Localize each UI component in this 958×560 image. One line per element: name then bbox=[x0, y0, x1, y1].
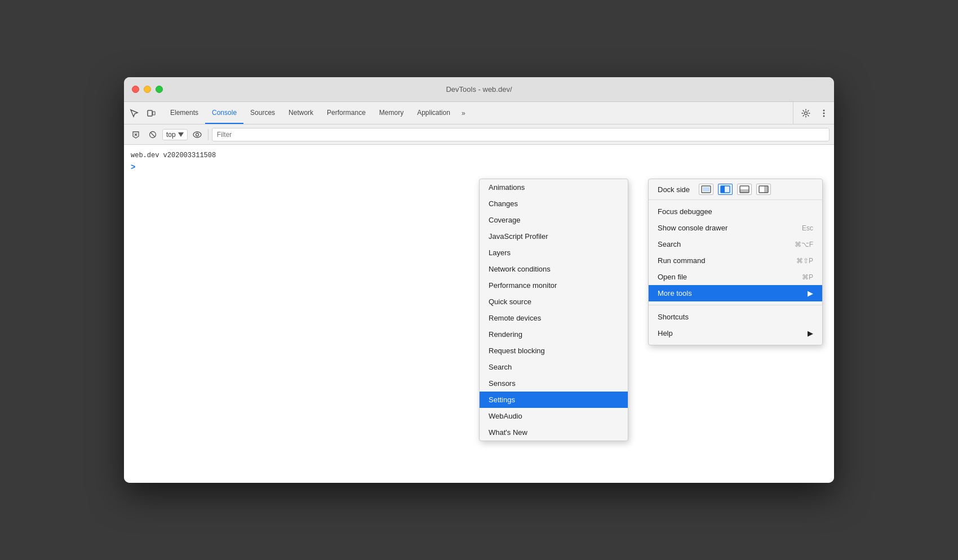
main-content: web.dev v202003311508 > Animations Chang… bbox=[124, 145, 834, 483]
more-tools-menu[interactable]: Animations Changes Coverage JavaScript P… bbox=[479, 179, 628, 441]
menu-item-sensors[interactable]: Sensors bbox=[480, 375, 628, 392]
menu-show-console-drawer[interactable]: Show console drawer Esc bbox=[649, 220, 822, 236]
inspect-element-icon[interactable] bbox=[126, 105, 142, 121]
menu-item-rendering[interactable]: Rendering bbox=[480, 326, 628, 343]
menu-run-command[interactable]: Run command ⌘⇧P bbox=[649, 252, 822, 269]
shortcut-show-console-drawer: Esc bbox=[802, 224, 813, 232]
svg-point-4 bbox=[823, 112, 825, 114]
menu-open-file[interactable]: Open file ⌘P bbox=[649, 269, 822, 285]
device-toolbar-icon[interactable] bbox=[143, 105, 159, 121]
menu-item-network-conditions[interactable]: Network conditions bbox=[480, 261, 628, 277]
svg-rect-0 bbox=[148, 110, 152, 116]
menu-item-changes[interactable]: Changes bbox=[480, 195, 628, 212]
menu-item-settings[interactable]: Settings bbox=[480, 392, 628, 408]
devtools-window: DevTools - web.dev/ Elements Console bbox=[124, 77, 834, 483]
tab-console[interactable]: Console bbox=[205, 102, 243, 124]
tab-network[interactable]: Network bbox=[282, 102, 320, 124]
svg-rect-1 bbox=[153, 112, 155, 115]
main-menu-section-1: Focus debuggee Show console drawer Esc S… bbox=[649, 200, 822, 305]
traffic-lights bbox=[132, 86, 163, 93]
menu-item-perf-monitor[interactable]: Performance monitor bbox=[480, 277, 628, 294]
menu-item-js-profiler[interactable]: JavaScript Profiler bbox=[480, 228, 628, 245]
svg-line-10 bbox=[150, 132, 155, 137]
close-button[interactable] bbox=[132, 86, 139, 93]
dock-left-button[interactable] bbox=[718, 184, 733, 195]
svg-rect-20 bbox=[764, 186, 768, 193]
shortcut-open-file: ⌘P bbox=[802, 273, 813, 281]
shortcut-search: ⌘⌥F bbox=[795, 241, 813, 248]
dock-undock-button[interactable] bbox=[699, 184, 713, 195]
menu-shortcuts[interactable]: Shortcuts bbox=[649, 309, 822, 325]
version-line: web.dev v202003311508 bbox=[131, 149, 827, 162]
dock-side-label: Dock side bbox=[658, 185, 690, 194]
block-icon[interactable] bbox=[145, 127, 160, 142]
shortcut-run-command: ⌘⇧P bbox=[796, 257, 813, 265]
tab-elements[interactable]: Elements bbox=[163, 102, 205, 124]
window-title: DevTools - web.dev/ bbox=[446, 85, 512, 94]
menu-item-layers[interactable]: Layers bbox=[480, 245, 628, 261]
menu-item-quick-source[interactable]: Quick source bbox=[480, 294, 628, 310]
console-toolbar: top bbox=[124, 125, 834, 145]
tab-performance[interactable]: Performance bbox=[320, 102, 372, 124]
menu-item-search[interactable]: Search bbox=[480, 359, 628, 375]
tab-bar: Elements Console Sources Network Perform… bbox=[124, 102, 834, 125]
clear-console-icon[interactable] bbox=[128, 127, 143, 142]
more-options-icon[interactable] bbox=[816, 105, 832, 121]
eye-icon[interactable] bbox=[190, 127, 205, 142]
tab-bar-left-tools bbox=[126, 102, 163, 124]
main-context-menu[interactable]: Dock side bbox=[648, 179, 823, 345]
more-tools-chevron-icon: ▶ bbox=[808, 289, 813, 297]
svg-point-11 bbox=[193, 132, 201, 137]
menu-item-request-blocking[interactable]: Request blocking bbox=[480, 343, 628, 359]
main-menu-section-2: Shortcuts Help ▶ bbox=[649, 305, 822, 345]
svg-point-12 bbox=[196, 133, 198, 136]
menu-item-coverage[interactable]: Coverage bbox=[480, 212, 628, 228]
svg-rect-18 bbox=[740, 189, 749, 193]
menu-item-animations[interactable]: Animations bbox=[480, 179, 628, 195]
tab-memory[interactable]: Memory bbox=[372, 102, 410, 124]
menu-focus-debuggee[interactable]: Focus debuggee bbox=[649, 203, 822, 220]
settings-icon[interactable] bbox=[798, 105, 814, 121]
menus-overlay: Animations Changes Coverage JavaScript P… bbox=[124, 145, 834, 483]
menu-more-tools[interactable]: More tools ▶ bbox=[649, 285, 822, 301]
menu-item-whats-new[interactable]: What's New bbox=[480, 424, 628, 441]
console-prompt[interactable]: > bbox=[131, 162, 827, 173]
context-selector[interactable]: top bbox=[162, 129, 188, 140]
console-output: web.dev v202003311508 > bbox=[124, 145, 834, 177]
svg-point-3 bbox=[823, 109, 825, 111]
tab-bar-right-tools bbox=[793, 102, 832, 124]
zoom-button[interactable] bbox=[156, 86, 163, 93]
menu-search[interactable]: Search ⌘⌥F bbox=[649, 236, 822, 252]
svg-rect-16 bbox=[721, 186, 725, 193]
menu-help[interactable]: Help ▶ bbox=[649, 325, 822, 341]
help-chevron-icon: ▶ bbox=[808, 329, 813, 337]
dock-side-section: Dock side bbox=[649, 179, 822, 200]
filter-input[interactable] bbox=[212, 128, 830, 141]
tab-application[interactable]: Application bbox=[410, 102, 457, 124]
menu-item-remote-devices[interactable]: Remote devices bbox=[480, 310, 628, 326]
more-tabs-button[interactable]: » bbox=[457, 102, 470, 124]
toolbar-divider bbox=[208, 129, 209, 140]
svg-rect-14 bbox=[703, 187, 709, 192]
main-tabs: Elements Console Sources Network Perform… bbox=[163, 102, 793, 124]
dock-right-button[interactable] bbox=[756, 184, 771, 195]
minimize-button[interactable] bbox=[144, 86, 151, 93]
title-bar: DevTools - web.dev/ bbox=[124, 77, 834, 102]
svg-point-5 bbox=[823, 115, 825, 117]
svg-point-2 bbox=[805, 112, 808, 114]
tab-sources[interactable]: Sources bbox=[243, 102, 282, 124]
dock-bottom-button[interactable] bbox=[737, 184, 752, 195]
menu-item-webaudio[interactable]: WebAudio bbox=[480, 408, 628, 424]
